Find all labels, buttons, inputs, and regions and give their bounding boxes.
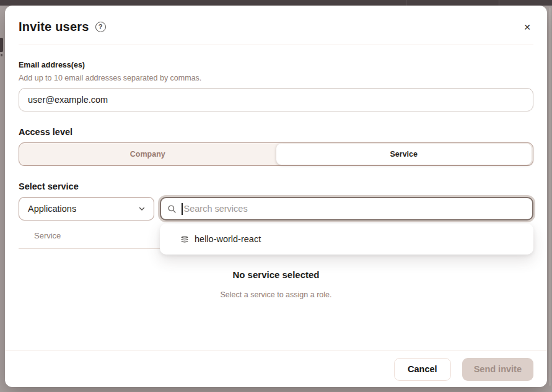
service-category-select[interactable]: Applications — [19, 197, 154, 220]
search-results-dropdown: hello-world-react — [160, 224, 533, 255]
send-invite-button[interactable]: Send invite — [462, 358, 533, 381]
dialog-header: Invite users ? ✕ — [5, 6, 547, 45]
help-icon[interactable]: ? — [95, 22, 106, 32]
service-category-value: Applications — [28, 204, 76, 214]
empty-state-subtitle: Select a service to assign a role. — [19, 290, 533, 299]
topbar-separator — [406, 0, 406, 6]
search-services-input[interactable]: Search services — [160, 197, 533, 220]
cancel-button[interactable]: Cancel — [394, 358, 451, 381]
invite-users-dialog: Invite users ? ✕ Email address(es) Add u… — [5, 6, 547, 387]
segment-service[interactable]: Service — [276, 144, 532, 165]
dialog-title: Invite users — [19, 20, 89, 34]
text-caret — [182, 203, 183, 215]
segment-company[interactable]: Company — [19, 143, 276, 165]
empty-state-title: No service selected — [19, 269, 533, 280]
search-icon — [167, 204, 177, 214]
topbar-separator — [499, 0, 499, 6]
layers-icon — [180, 235, 189, 244]
chevron-down-icon — [138, 205, 146, 212]
close-icon[interactable]: ✕ — [521, 22, 533, 33]
email-label: Email address(es) — [19, 61, 533, 69]
search-placeholder: Search services — [184, 204, 248, 214]
empty-state: No service selected Select a service to … — [19, 269, 533, 299]
select-service-label: Select service — [19, 181, 533, 191]
search-result-item[interactable]: hello-world-react — [195, 234, 261, 244]
dialog-footer: Cancel Send invite — [5, 351, 547, 387]
background-page-fragment — [1, 54, 2, 56]
email-field[interactable] — [19, 88, 533, 111]
background-page-fragment — [0, 38, 3, 52]
email-helper-text: Add up to 10 email addresses separated b… — [19, 74, 533, 82]
access-level-segmented-control: Company Service — [19, 142, 533, 166]
service-picker-row: Applications Search services — [19, 197, 533, 220]
page-scrollbar[interactable] — [549, 7, 551, 386]
access-level-label: Access level — [19, 127, 533, 137]
dialog-body: Email address(es) Add up to 10 email add… — [5, 45, 547, 351]
background-topbar — [0, 0, 552, 6]
